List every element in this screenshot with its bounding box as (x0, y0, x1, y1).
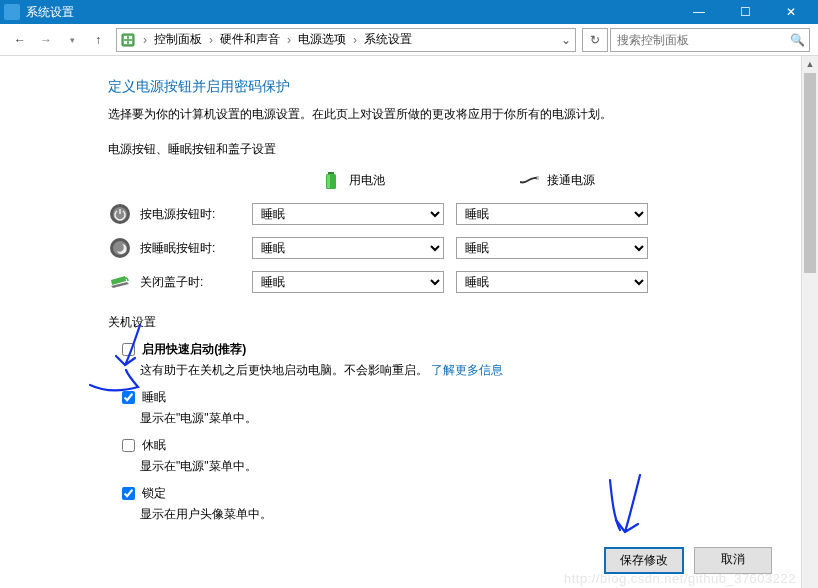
page-intro: 选择要为你的计算机设置的电源设置。在此页上对设置所做的更改将应用于你所有的电源计… (108, 106, 761, 123)
crumb-power-options[interactable]: 电源选项 (294, 29, 350, 50)
chevron-right-icon: › (351, 33, 359, 47)
svg-rect-5 (328, 172, 334, 174)
watermark-text: http://blog.csdn.net/github_37603222 (564, 571, 796, 586)
cancel-button[interactable]: 取消 (694, 547, 772, 574)
svg-rect-9 (536, 179, 539, 180)
learn-more-link[interactable]: 了解更多信息 (431, 363, 503, 377)
fast-startup-label: 启用快速启动(推荐) (142, 342, 246, 356)
chevron-right-icon: › (207, 33, 215, 47)
fast-startup-checkbox[interactable] (122, 343, 135, 356)
chevron-right-icon: › (285, 33, 293, 47)
plugged-column-header: 接通电源 (456, 168, 656, 192)
svg-rect-3 (124, 41, 127, 44)
app-icon (4, 4, 20, 20)
close-lid-row-label: 关闭盖子时: (108, 270, 248, 294)
breadcrumb-dropdown[interactable]: ⌄ (557, 33, 575, 47)
lid-icon (108, 270, 132, 294)
svg-rect-8 (536, 177, 539, 178)
sleep-button-icon (108, 236, 132, 260)
power-section-title: 电源按钮、睡眠按钮和盖子设置 (108, 141, 761, 158)
breadcrumb[interactable]: › 控制面板 › 硬件和声音 › 电源选项 › 系统设置 ⌄ (116, 28, 576, 52)
svg-rect-4 (129, 41, 132, 44)
hibernate-sub: 显示在"电源"菜单中。 (140, 458, 761, 475)
sleep-checkbox-label: 睡眠 (142, 390, 166, 404)
battery-column-header: 用电池 (252, 168, 452, 192)
crumb-hardware-sound[interactable]: 硬件和声音 (216, 29, 284, 50)
search-icon[interactable]: 🔍 (785, 33, 809, 47)
refresh-button[interactable]: ↻ (582, 28, 608, 52)
sleep-checkbox[interactable] (122, 391, 135, 404)
svg-rect-1 (124, 36, 127, 39)
sleep-button-battery-select[interactable]: 睡眠 (252, 237, 444, 259)
power-button-row-label: 按电源按钮时: (108, 202, 248, 226)
up-button[interactable]: ↑ (86, 28, 110, 52)
scroll-up-button[interactable]: ▲ (802, 56, 818, 73)
sleep-button-row-label: 按睡眠按钮时: (108, 236, 248, 260)
hibernate-checkbox[interactable] (122, 439, 135, 452)
content-area: 定义电源按钮并启用密码保护 选择要为你的计算机设置的电源设置。在此页上对设置所做… (0, 56, 801, 588)
save-button[interactable]: 保存修改 (604, 547, 684, 574)
scroll-thumb[interactable] (804, 73, 816, 273)
power-button-plugged-select[interactable]: 睡眠 (456, 203, 648, 225)
control-panel-icon (117, 32, 139, 48)
svg-rect-2 (129, 36, 132, 39)
plug-icon (517, 168, 541, 192)
lock-checkbox-label: 锁定 (142, 486, 166, 500)
svg-rect-0 (122, 34, 134, 46)
minimize-button[interactable]: — (676, 0, 722, 24)
battery-icon (319, 168, 343, 192)
lock-sub: 显示在用户头像菜单中。 (140, 506, 761, 523)
lock-checkbox[interactable] (122, 487, 135, 500)
page-title: 定义电源按钮并启用密码保护 (108, 78, 761, 96)
crumb-system-settings[interactable]: 系统设置 (360, 29, 416, 50)
power-button-battery-select[interactable]: 睡眠 (252, 203, 444, 225)
crumb-control-panel[interactable]: 控制面板 (150, 29, 206, 50)
title-bar: 系统设置 — ☐ ✕ (0, 0, 818, 24)
search-input[interactable] (611, 33, 785, 47)
back-button[interactable]: ← (8, 28, 32, 52)
sleep-sub: 显示在"电源"菜单中。 (140, 410, 761, 427)
forward-button[interactable]: → (34, 28, 58, 52)
chevron-right-icon: › (141, 33, 149, 47)
sleep-button-plugged-select[interactable]: 睡眠 (456, 237, 648, 259)
vertical-scrollbar[interactable]: ▲ (801, 56, 818, 588)
close-lid-battery-select[interactable]: 睡眠 (252, 271, 444, 293)
search-box[interactable]: 🔍 (610, 28, 810, 52)
close-lid-plugged-select[interactable]: 睡眠 (456, 271, 648, 293)
recent-dropdown[interactable]: ▾ (60, 28, 84, 52)
maximize-button[interactable]: ☐ (722, 0, 768, 24)
hibernate-checkbox-label: 休眠 (142, 438, 166, 452)
fast-startup-sub: 这有助于在关机之后更快地启动电脑。不会影响重启。 了解更多信息 (140, 362, 761, 379)
shutdown-section-title: 关机设置 (108, 314, 761, 331)
close-button[interactable]: ✕ (768, 0, 814, 24)
svg-rect-7 (327, 175, 330, 188)
window-title: 系统设置 (26, 4, 676, 21)
power-button-icon (108, 202, 132, 226)
navigation-bar: ← → ▾ ↑ › 控制面板 › 硬件和声音 › 电源选项 › 系统设置 ⌄ ↻… (0, 24, 818, 56)
